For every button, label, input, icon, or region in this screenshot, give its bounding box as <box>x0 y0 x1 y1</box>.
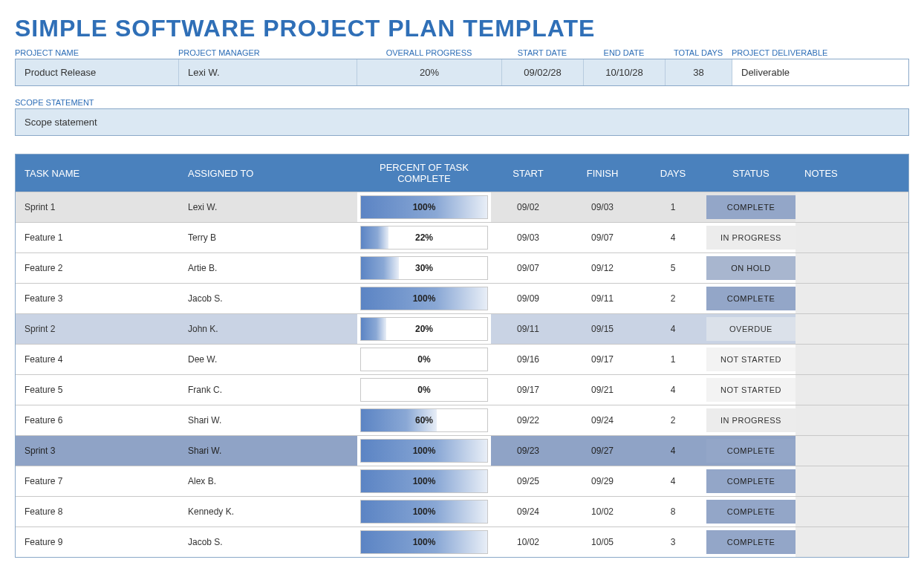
cell-percent-complete[interactable]: 100% <box>357 466 491 496</box>
cell-assigned-to[interactable]: Jacob S. <box>179 527 357 557</box>
cell-percent-complete[interactable]: 100% <box>357 497 491 527</box>
cell-status[interactable]: ON HOLD <box>706 253 796 283</box>
value-start-date[interactable]: 09/02/28 <box>502 59 584 85</box>
cell-notes[interactable] <box>796 284 908 313</box>
cell-start[interactable]: 09/11 <box>491 314 565 344</box>
cell-percent-complete[interactable]: 22% <box>357 223 491 252</box>
cell-task-name[interactable]: Feature 8 <box>16 497 179 527</box>
cell-start[interactable]: 09/24 <box>491 497 565 527</box>
cell-assigned-to[interactable]: Kennedy K. <box>179 497 357 527</box>
cell-days[interactable]: 4 <box>640 436 706 466</box>
cell-status[interactable]: COMPLETE <box>706 497 796 527</box>
cell-finish[interactable]: 09/03 <box>565 192 640 222</box>
cell-start[interactable]: 09/25 <box>491 466 565 496</box>
cell-task-name[interactable]: Sprint 1 <box>16 192 179 222</box>
cell-notes[interactable] <box>796 345 908 374</box>
cell-start[interactable]: 09/07 <box>491 253 565 283</box>
cell-percent-complete[interactable]: 0% <box>357 375 491 405</box>
cell-status[interactable]: NOT STARTED <box>706 345 796 374</box>
cell-task-name[interactable]: Feature 2 <box>16 253 179 283</box>
cell-status[interactable]: IN PROGRESS <box>706 405 796 435</box>
cell-start[interactable]: 09/23 <box>491 436 565 466</box>
cell-assigned-to[interactable]: Shari W. <box>179 436 357 466</box>
cell-task-name[interactable]: Feature 1 <box>16 223 179 252</box>
cell-assigned-to[interactable]: Alex B. <box>179 466 357 496</box>
cell-percent-complete[interactable]: 100% <box>357 192 491 222</box>
cell-start[interactable]: 10/02 <box>491 527 565 557</box>
cell-finish[interactable]: 10/05 <box>565 527 640 557</box>
cell-assigned-to[interactable]: Jacob S. <box>179 284 357 313</box>
cell-percent-complete[interactable]: 60% <box>357 405 491 435</box>
cell-status[interactable]: COMPLETE <box>706 192 796 222</box>
cell-finish[interactable]: 09/27 <box>565 436 640 466</box>
value-overall-progress[interactable]: 20% <box>357 59 502 85</box>
cell-days[interactable]: 1 <box>640 345 706 374</box>
cell-notes[interactable] <box>796 436 908 466</box>
cell-percent-complete[interactable]: 30% <box>357 253 491 283</box>
cell-task-name[interactable]: Feature 5 <box>16 375 179 405</box>
cell-start[interactable]: 09/17 <box>491 375 565 405</box>
cell-notes[interactable] <box>796 192 908 222</box>
cell-status[interactable]: COMPLETE <box>706 527 796 557</box>
cell-days[interactable]: 1 <box>640 192 706 222</box>
cell-task-name[interactable]: Feature 4 <box>16 345 179 374</box>
cell-percent-complete[interactable]: 20% <box>357 314 491 344</box>
cell-assigned-to[interactable]: Frank C. <box>179 375 357 405</box>
cell-task-name[interactable]: Feature 3 <box>16 284 179 313</box>
cell-status[interactable]: IN PROGRESS <box>706 223 796 252</box>
cell-days[interactable]: 2 <box>640 284 706 313</box>
cell-assigned-to[interactable]: Artie B. <box>179 253 357 283</box>
cell-days[interactable]: 8 <box>640 497 706 527</box>
cell-percent-complete[interactable]: 100% <box>357 284 491 313</box>
cell-start[interactable]: 09/22 <box>491 405 565 435</box>
cell-days[interactable]: 4 <box>640 466 706 496</box>
cell-status[interactable]: OVERDUE <box>706 314 796 344</box>
cell-finish[interactable]: 10/02 <box>565 497 640 527</box>
cell-percent-complete[interactable]: 100% <box>357 527 491 557</box>
cell-notes[interactable] <box>796 527 908 557</box>
cell-start[interactable]: 09/02 <box>491 192 565 222</box>
cell-assigned-to[interactable]: Terry B <box>179 223 357 252</box>
cell-start[interactable]: 09/16 <box>491 345 565 374</box>
cell-days[interactable]: 2 <box>640 405 706 435</box>
cell-days[interactable]: 3 <box>640 527 706 557</box>
cell-percent-complete[interactable]: 0% <box>357 345 491 374</box>
value-total-days[interactable]: 38 <box>666 59 732 85</box>
cell-finish[interactable]: 09/12 <box>565 253 640 283</box>
cell-status[interactable]: COMPLETE <box>706 284 796 313</box>
value-project-manager[interactable]: Lexi W. <box>179 59 357 85</box>
cell-finish[interactable]: 09/29 <box>565 466 640 496</box>
cell-task-name[interactable]: Sprint 2 <box>16 314 179 344</box>
cell-notes[interactable] <box>796 405 908 435</box>
cell-assigned-to[interactable]: Lexi W. <box>179 192 357 222</box>
cell-finish[interactable]: 09/11 <box>565 284 640 313</box>
cell-finish[interactable]: 09/07 <box>565 223 640 252</box>
cell-assigned-to[interactable]: Shari W. <box>179 405 357 435</box>
value-project-name[interactable]: Product Release <box>16 59 179 85</box>
cell-notes[interactable] <box>796 375 908 405</box>
cell-notes[interactable] <box>796 466 908 496</box>
cell-status[interactable]: NOT STARTED <box>706 375 796 405</box>
cell-notes[interactable] <box>796 253 908 283</box>
cell-status[interactable]: COMPLETE <box>706 436 796 466</box>
cell-task-name[interactable]: Feature 9 <box>16 527 179 557</box>
value-deliverable[interactable]: Deliverable <box>732 59 908 85</box>
cell-finish[interactable]: 09/24 <box>565 405 640 435</box>
cell-finish[interactable]: 09/21 <box>565 375 640 405</box>
cell-task-name[interactable]: Sprint 3 <box>16 436 179 466</box>
cell-notes[interactable] <box>796 497 908 527</box>
cell-finish[interactable]: 09/17 <box>565 345 640 374</box>
cell-notes[interactable] <box>796 223 908 252</box>
cell-assigned-to[interactable]: John K. <box>179 314 357 344</box>
cell-finish[interactable]: 09/15 <box>565 314 640 344</box>
value-end-date[interactable]: 10/10/28 <box>584 59 666 85</box>
cell-task-name[interactable]: Feature 6 <box>16 405 179 435</box>
cell-start[interactable]: 09/03 <box>491 223 565 252</box>
cell-days[interactable]: 4 <box>640 314 706 344</box>
cell-task-name[interactable]: Feature 7 <box>16 466 179 496</box>
cell-days[interactable]: 5 <box>640 253 706 283</box>
cell-assigned-to[interactable]: Dee W. <box>179 345 357 374</box>
cell-start[interactable]: 09/09 <box>491 284 565 313</box>
cell-status[interactable]: COMPLETE <box>706 466 796 496</box>
value-scope-statement[interactable]: Scope statement <box>15 108 909 136</box>
